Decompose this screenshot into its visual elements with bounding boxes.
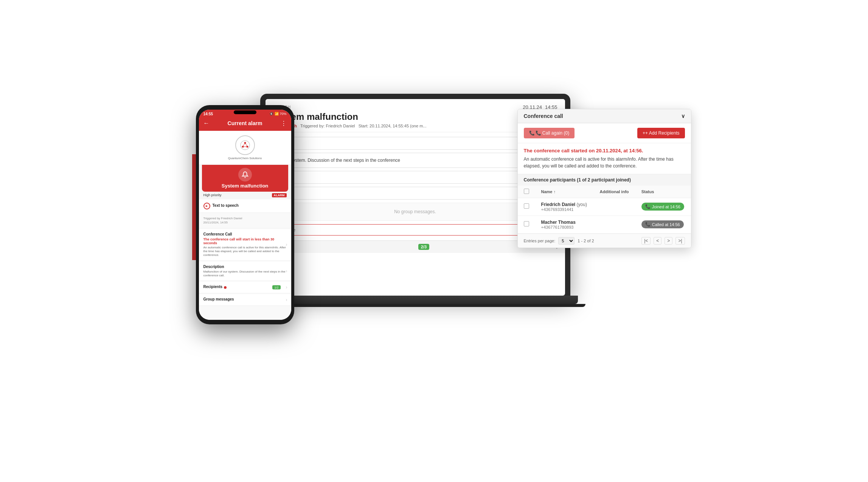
phone-logo-circle [235, 135, 255, 155]
plus-icon: + [643, 130, 645, 136]
phone-status-icons: 🔇 📶 70% [269, 112, 286, 116]
popup-footer: Entries per page: 5 10 25 1 - 2 of 2 |< … [518, 234, 691, 248]
col-status: Status [635, 186, 691, 198]
phone-icon-small: 📞 [645, 204, 651, 209]
participants-section: Conference participants (1 of 2 particip… [518, 174, 691, 234]
tts-item[interactable]: ▶ Text to speech [199, 200, 291, 213]
first-page-btn[interactable]: |< [641, 237, 651, 245]
meta-item: Triggered by Friedrich Daniel 20/11/2024… [199, 214, 291, 228]
participant-1-checkbox[interactable] [524, 203, 529, 209]
phone-list: ▶ Text to speech Triggered by Friedrich … [199, 199, 291, 320]
play-button[interactable]: ▶ [203, 203, 210, 209]
dropdown-3[interactable]: ∨ [273, 187, 557, 200]
back-button[interactable]: ← [203, 120, 210, 127]
participant-1-info: Friedrich Daniel (you) +4367693391441 [535, 198, 594, 215]
group-messages-item[interactable]: Group messages › [199, 294, 291, 306]
page-info: 1 - 2 of 2 [578, 239, 594, 243]
alarm-icon [238, 168, 252, 181]
recipients-item[interactable]: Recipients 1/2 › [199, 282, 291, 293]
phone-device: 14:55 🔇 📶 70% ← Current alarm ⋮ [196, 105, 294, 324]
tts-row: ▶ Text to speech [203, 203, 287, 209]
phone-logo-section: QuantumChem Solutions [199, 131, 291, 165]
participant-2-checkbox[interactable] [524, 221, 529, 226]
svg-line-5 [245, 143, 247, 147]
phone-alarm-box: System malfunction [202, 165, 288, 192]
dropdown-1[interactable]: ∨ [273, 137, 557, 150]
phone-priority-bar: High priority ALARM [199, 192, 291, 199]
status-called: 📞 Called at 14:56 [641, 220, 684, 228]
notice-body: An automatic conference call is active f… [524, 156, 685, 169]
alarm-badge: ALARM [272, 193, 287, 197]
popup-collapse-icon[interactable]: ∨ [681, 113, 685, 119]
phone-alarm-title: System malfunction [222, 183, 269, 189]
description-item[interactable]: Description Malfunction of our system. D… [199, 262, 291, 281]
company-logo-svg [240, 140, 250, 150]
call-again-label: 📞 Call again (0) [536, 130, 570, 136]
popup-notice: The conference call started on 20.11.202… [518, 143, 691, 174]
description-content: of our system. Discussion of the next st… [278, 158, 401, 163]
description-title: Description [203, 265, 287, 269]
col-name: Name ↑ [535, 186, 594, 198]
group-messages-title: Group messages [203, 297, 287, 301]
dropdown-2[interactable]: ∨ [273, 171, 557, 184]
status-joined: 📞 Joined at 14:56 [641, 203, 684, 211]
priority-label: High priority [203, 193, 222, 197]
phone-header: ← Current alarm ⋮ [199, 118, 291, 131]
phone-notch [234, 110, 256, 114]
participant-1-status: 📞 Joined at 14:56 [635, 198, 691, 215]
popup-actions: 📞 📞 Call again (0) + + Add Recipients [518, 123, 691, 143]
participants-table: Name ↑ Additional info Status Friedrich … [518, 186, 691, 234]
recipients-title: Recipients [203, 285, 223, 289]
notice-title: The conference call started on 20.11.202… [524, 148, 685, 153]
phone-icon: 📞 [529, 130, 535, 136]
phone-header-title: Current alarm [213, 120, 278, 126]
alarm-main-title: system malfunction [273, 112, 557, 122]
message-input[interactable] [273, 224, 527, 236]
description-text-box: of our system. Discussion of the next st… [273, 153, 557, 168]
entries-select[interactable]: 5 10 25 [558, 237, 575, 245]
recipients-arrow: › [286, 285, 287, 290]
scene: BREACH 20.11.24 14:55 system malfunction… [207, 71, 661, 411]
conference-call-body: An automatic conference call is active f… [203, 246, 287, 257]
triggered-meta: Triggered by Friedrich Daniel [203, 217, 287, 220]
description-arrow: › [286, 268, 287, 274]
tts-label: Text to speech [213, 203, 239, 208]
prev-page-btn[interactable]: < [654, 237, 661, 245]
menu-button[interactable]: ⋮ [281, 120, 287, 127]
you-tag: (you) [577, 202, 587, 207]
add-recipients-label: + Add Recipients [645, 130, 679, 136]
participant-1-phone: +4367693391441 [541, 207, 588, 212]
participant-2-name: Macher Thomas [541, 220, 588, 225]
participant-2-status: 📞 Called at 14:56 [635, 215, 691, 233]
date-meta: 20/11/2024, 14:55 [203, 221, 287, 224]
description-body: Malfunction of our system. Discussion of… [203, 270, 287, 278]
participant-1-additional [594, 198, 635, 215]
popup-title: Conference call [524, 113, 563, 119]
call-again-button[interactable]: 📞 📞 Call again (0) [524, 128, 575, 138]
trigger-text: Triggered by: Friedrich Daniel [300, 124, 355, 128]
laptop-base [253, 296, 578, 304]
participant-1-name: Friedrich Daniel (you) [541, 202, 588, 207]
alarm-badge-row: BREACH 20.11.24 14:55 [273, 104, 557, 110]
col-additional: Additional info [594, 186, 635, 198]
conference-call-item[interactable]: Conference Call The conference call will… [199, 229, 291, 261]
next-page-btn[interactable]: > [665, 237, 672, 245]
entries-label: Entries per page: [524, 239, 556, 243]
recipients-dot [224, 286, 227, 289]
last-page-btn[interactable]: >| [675, 237, 685, 245]
popup-header: Conference call ∨ [518, 109, 691, 123]
phone-frame: 14:55 🔇 📶 70% ← Current alarm ⋮ [196, 105, 294, 324]
phone-icon-small-2: 📞 [645, 222, 651, 227]
group-messages-arrow: › [286, 297, 287, 302]
select-all-checkbox[interactable] [524, 189, 529, 194]
participants-header: Conference participants (1 of 2 particip… [518, 174, 691, 186]
recipients-count: 2/3 [418, 244, 429, 250]
conference-arrow: › [286, 242, 287, 247]
phone-time: 14:55 [203, 112, 213, 116]
add-recipients-button[interactable]: + + Add Recipients [637, 128, 685, 138]
conference-call-title: Conference Call [203, 232, 287, 236]
alarm-sub-meta: Priority: high Triggered by: Friedrich D… [273, 124, 557, 128]
no-group-text: No group messages. [394, 209, 436, 214]
participant-2-additional [594, 215, 635, 233]
laptop-base-bottom [245, 304, 585, 307]
